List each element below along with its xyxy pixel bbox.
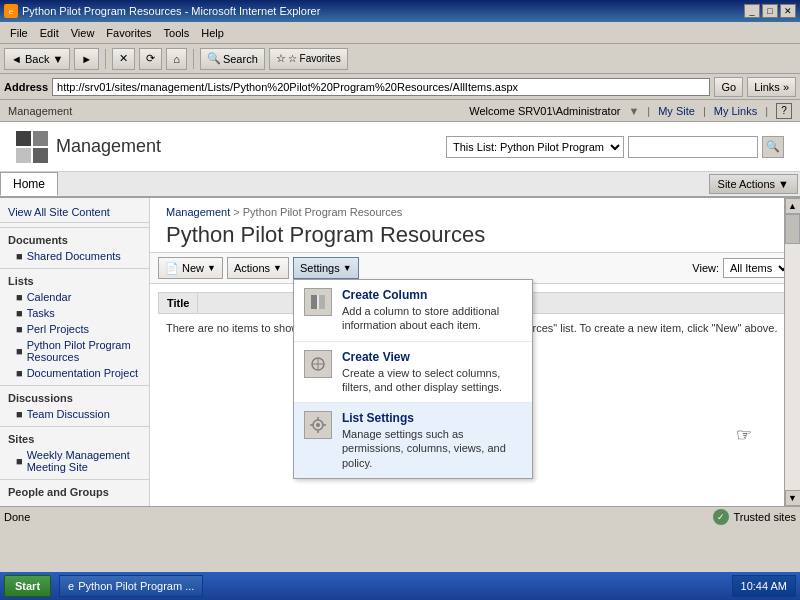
forward-button[interactable]: ►: [74, 48, 99, 70]
new-button[interactable]: 📄 New ▼: [158, 257, 223, 279]
settings-dropdown-menu: Create Column Add a column to store addi…: [293, 279, 533, 479]
sidebar-item-perl-projects[interactable]: ■ Perl Projects: [0, 321, 149, 337]
breadcrumb: Management > Python Pilot Program Resour…: [166, 206, 784, 218]
list-settings-item[interactable]: List Settings Manage settings such as pe…: [294, 403, 532, 478]
scroll-up-button[interactable]: ▲: [785, 198, 801, 214]
search-input[interactable]: [628, 136, 758, 158]
status-bar: Done ✓ Trusted sites: [0, 506, 800, 526]
scroll-thumb[interactable]: [785, 214, 800, 244]
address-label: Address: [4, 81, 48, 93]
top-nav: Management Welcome SRV01\Administrator ▼…: [0, 100, 800, 122]
svg-rect-0: [311, 295, 317, 309]
maximize-button[interactable]: □: [762, 4, 778, 18]
menu-bar: File Edit View Favorites Tools Help: [0, 22, 800, 44]
scroll-down-button[interactable]: ▼: [785, 490, 801, 506]
search-toolbar-button[interactable]: 🔍 Search: [200, 48, 265, 70]
list-settings-title: List Settings: [342, 411, 522, 425]
menu-view[interactable]: View: [65, 25, 101, 41]
new-dropdown-arrow: ▼: [207, 263, 216, 273]
scroll-track[interactable]: [785, 214, 800, 490]
sp-main-panel: Management > Python Pilot Program Resour…: [150, 198, 800, 506]
sidebar-section-lists: Lists: [0, 268, 149, 289]
sidebar-item-documentation[interactable]: ■ Documentation Project: [0, 365, 149, 381]
sidebar-item-python-resources[interactable]: ■ Python Pilot Program Resources: [0, 337, 149, 365]
status-text: Done: [4, 511, 30, 523]
list-toolbar: 📄 New ▼ Actions ▼ Settings ▼: [150, 253, 800, 284]
app-icon: e: [4, 4, 18, 18]
create-column-item[interactable]: Create Column Add a column to store addi…: [294, 280, 532, 342]
view-label: View:: [692, 262, 719, 274]
sidebar-section-discussions: Discussions: [0, 385, 149, 406]
window-title: Python Pilot Program Resources - Microso…: [22, 5, 320, 17]
sidebar-section-sites: Sites: [0, 426, 149, 447]
taskbar: Start e Python Pilot Program ... 10:44 A…: [0, 572, 800, 600]
svg-rect-1: [319, 295, 325, 309]
taskbar-app-button[interactable]: e Python Pilot Program ...: [59, 575, 203, 597]
create-view-desc: Create a view to select columns, filters…: [342, 366, 522, 395]
sidebar-section-people: People and Groups: [0, 479, 149, 500]
links-button[interactable]: Links »: [747, 77, 796, 97]
view-select[interactable]: All Items: [723, 258, 792, 278]
my-links-link[interactable]: My Links: [714, 105, 757, 117]
address-input[interactable]: [52, 78, 710, 96]
sidebar-item-tasks[interactable]: ■ Tasks: [0, 305, 149, 321]
go-button[interactable]: Go: [714, 77, 743, 97]
sidebar-section-documents: Documents: [0, 227, 149, 248]
trusted-sites-label: Trusted sites: [733, 511, 796, 523]
close-button[interactable]: ✕: [780, 4, 796, 18]
main-content: View All Site Content Documents ■ Shared…: [0, 198, 800, 506]
list-settings-desc: Manage settings such as permissions, col…: [342, 427, 522, 470]
create-column-icon: [304, 288, 332, 316]
sidebar-item-team-discussion[interactable]: ■ Team Discussion: [0, 406, 149, 422]
clock: 10:44 AM: [741, 580, 787, 592]
menu-favorites[interactable]: Favorites: [100, 25, 157, 41]
search-button[interactable]: 🔍: [762, 136, 784, 158]
sp-logo-icon: [16, 131, 48, 163]
sp-header: Management This List: Python Pilot Progr…: [0, 122, 800, 172]
menu-file[interactable]: File: [4, 25, 34, 41]
site-actions-button[interactable]: Site Actions ▼: [709, 174, 798, 194]
my-site-link[interactable]: My Site: [658, 105, 695, 117]
sidebar-item-shared-documents[interactable]: ■ Shared Documents: [0, 248, 149, 264]
system-tray: 10:44 AM: [732, 575, 796, 597]
management-label: Management: [8, 105, 72, 117]
start-button[interactable]: Start: [4, 575, 51, 597]
home-tab[interactable]: Home: [0, 172, 58, 196]
home-button[interactable]: ⌂: [166, 48, 187, 70]
back-button[interactable]: ◄ Back ▼: [4, 48, 70, 70]
favorites-button[interactable]: ☆ ☆ Favorites: [269, 48, 348, 70]
breadcrumb-management[interactable]: Management: [166, 206, 230, 218]
create-column-desc: Add a column to store additional informa…: [342, 304, 522, 333]
actions-dropdown-arrow: ▼: [273, 263, 282, 273]
new-icon: 📄: [165, 262, 179, 275]
create-view-item[interactable]: Create View Create a view to select colu…: [294, 342, 532, 404]
main-scrollbar[interactable]: ▲ ▼: [784, 198, 800, 506]
view-all-link[interactable]: View All Site Content: [0, 202, 149, 223]
refresh-button[interactable]: ⟳: [139, 48, 162, 70]
page-title: Python Pilot Program Resources: [166, 222, 784, 248]
search-icon: 🔍: [207, 52, 221, 65]
svg-point-7: [316, 423, 320, 427]
menu-tools[interactable]: Tools: [158, 25, 196, 41]
settings-button[interactable]: Settings ▼: [293, 257, 359, 279]
create-column-title: Create Column: [342, 288, 522, 302]
search-scope-select[interactable]: This List: Python Pilot Program: [446, 136, 624, 158]
menu-edit[interactable]: Edit: [34, 25, 65, 41]
address-bar: Address Go Links »: [0, 74, 800, 100]
taskbar-app-label: Python Pilot Program ...: [78, 580, 194, 592]
ie-toolbar: ◄ Back ▼ ► ✕ ⟳ ⌂ 🔍 Search ☆ ☆ Favorites: [0, 44, 800, 74]
breadcrumb-current: Python Pilot Program Resources: [243, 206, 403, 218]
sidebar-item-weekly-meeting[interactable]: ■ Weekly Management Meeting Site: [0, 447, 149, 475]
trusted-sites-icon: ✓: [713, 509, 729, 525]
sp-nav-bar: Home Site Actions ▼: [0, 172, 800, 198]
actions-button[interactable]: Actions ▼: [227, 257, 289, 279]
create-view-title: Create View: [342, 350, 522, 364]
page-title-area: Management > Python Pilot Program Resour…: [150, 198, 800, 253]
help-icon[interactable]: ?: [776, 103, 792, 119]
minimize-button[interactable]: _: [744, 4, 760, 18]
sp-search-area: This List: Python Pilot Program 🔍: [446, 136, 784, 158]
stop-button[interactable]: ✕: [112, 48, 135, 70]
menu-help[interactable]: Help: [195, 25, 230, 41]
taskbar-app-icon: e: [68, 580, 74, 592]
sidebar-item-calendar[interactable]: ■ Calendar: [0, 289, 149, 305]
